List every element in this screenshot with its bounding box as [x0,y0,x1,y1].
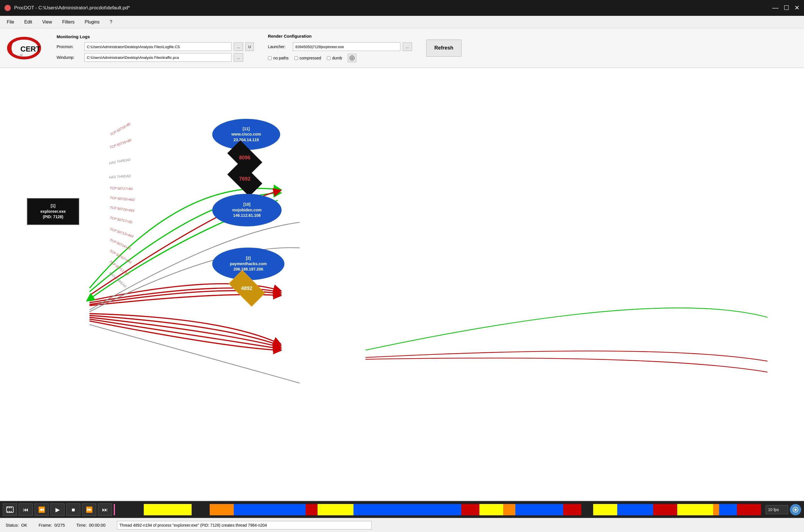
label-tcp50717-50: TCP 50717>50 [110,216,133,224]
tl-forward-button[interactable]: ⏩ [82,504,96,516]
tl-round-button[interactable] [790,504,801,515]
frame-label: Frame: [38,522,52,528]
svg-rect-8 [9,507,10,508]
label-tcp50715-443: TCP 50715>443 [110,196,134,202]
svg-rect-9 [11,507,12,508]
circle-icon [792,507,799,513]
node-4892[interactable]: 4892 [231,279,263,298]
monitoring-section: Monitoring Logs Procmon: ... U Windump: … [57,34,254,62]
forward-icon: ⏩ [86,506,93,513]
render-settings-button[interactable] [348,54,356,62]
refresh-button[interactable]: Refresh [426,40,462,57]
logo-area: CERT .at [6,37,42,59]
windump-input[interactable] [84,53,231,62]
no-paths-checkbox[interactable]: no paths [268,56,289,60]
close-dot [4,5,11,11]
svg-rect-12 [11,511,12,512]
label-tcp50713-443: TCP 50713>443 [109,227,134,238]
graph-area[interactable]: [1]exploreer.exe(PID: 7128) [11]www.cisc… [0,68,804,501]
minimize-button[interactable]: — [772,5,779,11]
tl-stop-button[interactable]: ■ [66,504,80,516]
svg-text:CERT: CERT [20,45,40,53]
node-main[interactable]: [1]exploreer.exe(PID: 7128) [27,198,79,225]
close-button[interactable]: ✕ [795,5,800,11]
menu-help[interactable]: ? [105,18,117,26]
label-has-thread-2: HAS THREAD [109,174,131,179]
launcher-label: Launcher: [268,44,291,49]
menu-filters[interactable]: Filters [58,18,79,26]
toolbar: CERT .at Monitoring Logs Procmon: ... U … [0,28,804,68]
node-payment[interactable]: [2]paymenthacks.com206.188.197.206 [212,248,284,280]
procmon-label: Procmon: [57,44,82,49]
render-section: Render Configuration Launcher: ... no pa… [268,34,412,62]
menu-file[interactable]: File [2,18,19,26]
procmon-browse-button[interactable]: ... [234,42,243,51]
frame-value: 0/275 [54,522,65,528]
procmon-input[interactable] [84,42,231,51]
status-label: Status: [6,522,19,528]
label-tcp50717-80: TCP 50717>80 [110,186,133,191]
svg-rect-11 [9,511,10,512]
menu-plugins[interactable]: Plugins [80,18,104,26]
label-tcp50716-80a: TCP 50716>80 [110,122,131,137]
maximize-button[interactable]: ☐ [784,5,789,11]
node-mojo[interactable]: [10]mojobiden.com146.112.61.108 [212,194,282,226]
launcher-input[interactable] [293,42,400,51]
windump-browse-button[interactable]: ... [234,53,243,62]
time-label: Time: [76,522,87,528]
label-has-thread-1: HAS THREAD [109,158,131,165]
launcher-browse-button[interactable]: ... [403,42,412,51]
label-tcp50714-80: TCP 50714>80 [109,238,131,251]
app-title: ProcDOT - C:\Users\Administrator\.procdo… [14,5,130,11]
monitoring-title: Monitoring Logs [57,34,254,39]
tl-last-button[interactable]: ⏭ [98,504,112,516]
render-title: Render Configuration [268,34,412,38]
time-value: 00:00:00 [89,522,105,528]
thread-info-field [117,521,371,529]
label-tcp50715-443r: TCP 50715<443 [110,206,134,213]
title-bar: ProcDOT - C:\Users\Administrator\.procdo… [0,0,804,16]
fps-input[interactable] [766,505,788,514]
status-bar: Status: OK Frame: 0/275 Time: 00:00:00 [0,518,804,532]
fps-area [766,504,801,515]
dumb-checkbox[interactable]: dumb [327,56,342,60]
skip-back-icon: ⏮ [23,507,28,513]
tl-rewind-button[interactable]: ⏪ [35,504,49,516]
tl-filmstrip-button[interactable] [3,504,17,516]
tl-first-button[interactable]: ⏮ [19,504,33,516]
svg-point-14 [795,509,797,511]
timeline-bar: ⏮ ⏪ ▶ ■ ⏩ ⏭ [0,501,804,518]
filmstrip-icon [6,506,14,514]
status-value: OK [21,522,27,528]
skip-forward-icon: ⏭ [102,507,108,513]
svg-rect-7 [7,507,8,508]
node-cisco[interactable]: [11]www.cisco.com23.204.14.115 [212,119,280,150]
procmon-clear-button[interactable]: U [245,42,254,51]
svg-text:.at: .at [19,53,23,57]
rewind-icon: ⏪ [38,506,45,513]
tl-play-button[interactable]: ▶ [50,504,64,516]
menu-view[interactable]: View [38,18,56,26]
windump-label: Windump: [57,55,82,60]
menu-bar: File Edit View Filters Plugins ? [0,16,804,28]
compressed-checkbox[interactable]: compressed [294,56,321,60]
play-icon: ▶ [56,506,60,513]
label-tcp50716-80b: TCP 50716>80 [109,138,132,150]
stop-icon: ■ [72,507,75,513]
svg-rect-10 [7,511,8,512]
node-7692[interactable]: 7692 [229,170,260,188]
node-8096[interactable]: 8096 [229,149,260,167]
timeline-track[interactable] [114,504,761,515]
menu-edit[interactable]: Edit [20,18,37,26]
cert-logo: CERT .at [6,37,42,59]
